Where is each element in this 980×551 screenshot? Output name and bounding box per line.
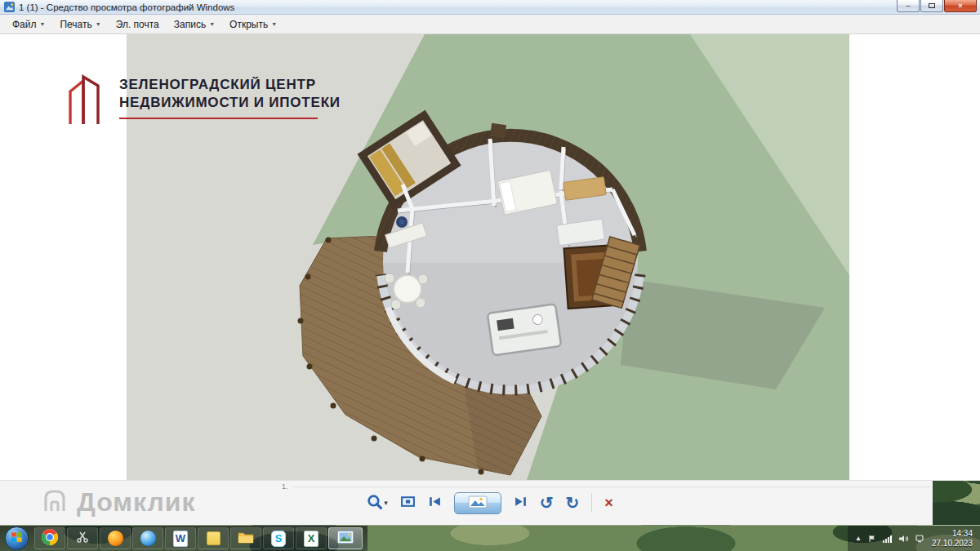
taskbar-chrome-button[interactable] (34, 527, 65, 549)
flag-icon[interactable] (868, 531, 876, 546)
page-artifact-line (293, 487, 931, 487)
volume-icon[interactable] (899, 531, 909, 546)
taskbar-empty-area (368, 526, 848, 551)
menu-open[interactable]: Открыть▼ (222, 16, 284, 33)
close-button[interactable]: × (944, 0, 977, 12)
firefox-icon (108, 531, 123, 546)
previous-button[interactable] (428, 495, 442, 511)
tray-date: 27.10.2023 (932, 539, 973, 549)
page-artifact-label: 1. (282, 482, 288, 491)
agency-logo-underline (119, 118, 318, 119)
actual-size-icon (400, 494, 416, 512)
domklik-watermark: Домклик (41, 487, 195, 518)
desktop-wallpaper-corner (933, 481, 980, 525)
window-title: 1 (1) - Средство просмотра фотографий Wi… (19, 2, 234, 12)
agency-building-icon (64, 67, 108, 131)
rotate-counterclockwise-button[interactable]: ↺ (540, 495, 554, 511)
scissors-icon (76, 531, 89, 547)
photo-viewer-icon (337, 531, 354, 547)
taskbar: W S X ▲ (0, 525, 980, 551)
viewer-content: ЗЕЛЕНОГРАДСКИЙ ЦЕНТР НЕДВИЖИМОСТИ И ИПОТ… (0, 34, 980, 480)
rotate-cw-icon: ↻ (566, 495, 580, 511)
taskbar-apps: W S X (0, 526, 368, 551)
domklik-house-icon (41, 487, 69, 518)
chevron-down-icon: ▼ (209, 21, 215, 27)
domklik-label: Домклик (77, 487, 195, 518)
menu-email[interactable]: Эл. почта (109, 16, 167, 33)
menu-burn[interactable]: Запись▼ (167, 16, 222, 33)
viewer-controls: ▾ ↺ (367, 492, 613, 514)
start-button[interactable] (5, 527, 29, 550)
chrome-icon (42, 529, 58, 549)
agency-logo-watermark: ЗЕЛЕНОГРАДСКИЙ ЦЕНТР НЕДВИЖИМОСТИ И ИПОТ… (64, 67, 341, 131)
toolbar-separator (591, 493, 592, 513)
chevron-down-icon: ▼ (40, 21, 46, 27)
actual-size-button[interactable] (400, 494, 416, 512)
taskbar-word-button[interactable]: W (165, 527, 196, 549)
folder-icon (238, 531, 254, 547)
minimize-button[interactable]: – (897, 0, 920, 12)
slideshow-icon (468, 495, 488, 511)
delete-icon: × (604, 495, 613, 510)
rotate-ccw-icon: ↺ (540, 495, 554, 511)
browser-icon (140, 531, 156, 546)
maximize-button[interactable] (920, 0, 943, 12)
previous-icon (428, 495, 442, 511)
excel-icon: X (304, 531, 318, 547)
menubar: Файл▼ Печать▼ Эл. почта Запись▼ Открыть▼ (0, 15, 980, 34)
menu-print[interactable]: Печать▼ (52, 16, 108, 33)
chevron-down-icon: ▼ (271, 21, 277, 27)
next-button[interactable] (514, 495, 528, 511)
taskbar-skype-button[interactable]: S (263, 527, 294, 549)
agency-name-line2: НЕДВИЖИМОСТИ И ИПОТЕКИ (119, 94, 341, 112)
windows-flag-icon (11, 531, 23, 546)
taskbar-sticky-notes-button[interactable] (198, 527, 229, 549)
clock[interactable]: 14:34 27.10.2023 (932, 529, 973, 549)
zoom-button[interactable]: ▾ (367, 494, 388, 512)
skype-icon: S (271, 531, 286, 547)
screen: 1 (1) - Средство просмотра фотографий Wi… (0, 0, 980, 551)
taskbar-excel-button[interactable]: X (296, 527, 327, 549)
taskbar-firefox-button[interactable] (100, 527, 131, 549)
taskbar-browser-button[interactable] (132, 527, 163, 549)
word-icon: W (173, 531, 188, 547)
viewer-toolbar: 1. Домклик ▾ (0, 480, 980, 525)
network-icon[interactable] (915, 531, 925, 546)
window-controls: – × (896, 0, 977, 12)
magnifier-icon (367, 494, 382, 512)
rotate-clockwise-button[interactable]: ↻ (566, 495, 580, 511)
signal-bars-icon[interactable] (883, 531, 893, 546)
menu-file[interactable]: Файл▼ (5, 16, 52, 33)
taskbar-snipping-tool-button[interactable] (67, 527, 98, 549)
maximize-icon (929, 3, 935, 8)
delete-button[interactable]: × (604, 495, 613, 510)
agency-name-line1: ЗЕЛЕНОГРАДСКИЙ ЦЕНТР (119, 76, 341, 94)
next-icon (514, 495, 528, 511)
titlebar: 1 (1) - Средство просмотра фотографий Wi… (0, 0, 980, 15)
photo-viewer-app-icon (4, 2, 15, 12)
slideshow-button[interactable] (454, 492, 501, 514)
taskbar-photo-viewer-button[interactable] (328, 527, 363, 549)
system-tray: ▲ 14:34 27.10.2023 (848, 526, 980, 551)
sticky-notes-icon (207, 531, 220, 545)
chevron-down-icon: ▾ (384, 499, 388, 507)
tray-time: 14:34 (932, 529, 973, 539)
chevron-down-icon: ▼ (96, 21, 101, 27)
taskbar-explorer-button[interactable] (230, 527, 261, 549)
hidden-icons-arrow[interactable]: ▲ (855, 535, 862, 542)
page-artifact: 1. (282, 482, 931, 491)
